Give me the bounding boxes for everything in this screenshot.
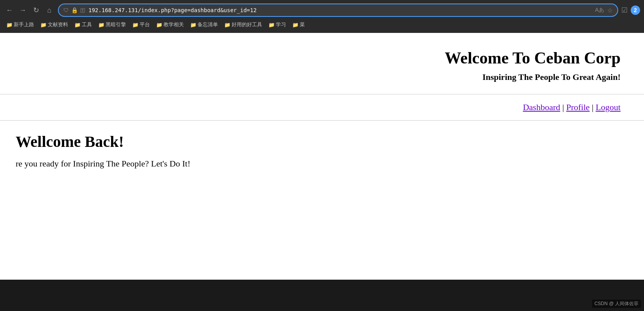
bookmark-wenxianziliao[interactable]: 📁 文献资料 [38, 20, 70, 29]
lock-icon: 🔒 [71, 7, 78, 13]
address-bar-actions: Aあ ☆ [595, 7, 613, 14]
welcome-body: re you ready for Inspiring The People? L… [16, 159, 628, 169]
url-text[interactable]: 192.168.247.131/index.php?page=dashboard… [88, 7, 592, 13]
bookmark-label: 文献资料 [48, 21, 68, 28]
bookmark-gongju[interactable]: 📁 工具 [72, 20, 94, 29]
bookmark-label: 平台 [140, 21, 150, 28]
folder-icon: 📁 [98, 22, 104, 28]
folder-icon: 📁 [156, 22, 162, 28]
bookmark-label: 好用的好工具 [232, 21, 262, 28]
bookmark-heianyinje[interactable]: 📁 黑暗引擎 [96, 20, 128, 29]
folder-icon: 📁 [292, 22, 299, 28]
bookmark-label: 学习 [276, 21, 286, 28]
bookmark-label: 菜 [300, 21, 305, 28]
folder-icon: 📁 [132, 22, 139, 28]
bookmark-label: 备忘清单 [198, 21, 218, 28]
folder-icon: 📁 [190, 22, 196, 28]
folder-icon: 📁 [268, 22, 275, 28]
bookmark-star-icon[interactable]: ☆ [607, 7, 613, 14]
bookmark-label: 工具 [82, 21, 92, 28]
site-header: Welcome To Ceban Corp Inspiring The Peop… [0, 33, 644, 94]
bookmark-label: 教学相关 [164, 21, 184, 28]
nav-separator-2: | [590, 102, 595, 112]
watermark: CSDN @ 人间体佐菲 [592, 300, 641, 308]
site-content: Wellcome Back! re you ready for Inspirin… [0, 121, 644, 181]
browser-chrome: ← → ↻ ⌂ 🛡 🔒 ⚿ 192.168.247.131/index.php?… [0, 0, 644, 33]
browser-right-buttons: ☑ 2 [621, 5, 640, 15]
bookmarks-bar: 📁 新手上路 📁 文献资料 📁 工具 📁 黑暗引擎 📁 平台 📁 教学相关 📁 … [4, 20, 640, 30]
pocket-icon[interactable]: ☑ [621, 6, 628, 14]
site-nav: Dashboard | Profile | Logout [0, 94, 644, 121]
profile-avatar[interactable]: 2 [631, 5, 640, 15]
welcome-heading: Wellcome Back! [16, 132, 628, 151]
key-icon: ⚿ [80, 7, 85, 13]
webpage: Welcome To Ceban Corp Inspiring The Peop… [0, 33, 644, 280]
folder-icon: 📁 [6, 22, 13, 28]
site-title: Welcome To Ceban Corp [23, 49, 621, 67]
bookmark-cai[interactable]: 📁 菜 [290, 20, 307, 29]
refresh-button[interactable]: ↻ [31, 5, 41, 16]
shield-icon: 🛡 [63, 7, 69, 13]
folder-icon: 📁 [74, 22, 81, 28]
folder-icon: 📁 [224, 22, 230, 28]
bookmark-label: 新手上路 [14, 21, 34, 28]
bookmark-jiaoxuexiangguan[interactable]: 📁 教学相关 [154, 20, 186, 29]
nav-separator-1: | [560, 102, 566, 112]
dashboard-link[interactable]: Dashboard [523, 102, 560, 112]
bookmark-xinshoushangluo[interactable]: 📁 新手上路 [4, 20, 36, 29]
site-subtitle: Inspiring The People To Great Again! [23, 72, 621, 82]
forward-button[interactable]: → [17, 5, 28, 16]
profile-link[interactable]: Profile [566, 102, 590, 112]
bookmark-haoyong[interactable]: 📁 好用的好工具 [222, 20, 264, 29]
nav-buttons: ← → ↻ ⌂ [4, 5, 55, 16]
bookmark-xuexi[interactable]: 📁 学习 [266, 20, 288, 29]
bookmark-label: 黑暗引擎 [106, 21, 126, 28]
address-bar-security-icons: 🛡 🔒 ⚿ [63, 7, 85, 13]
bookmark-beiwangqingdan[interactable]: 📁 备忘清单 [188, 20, 220, 29]
translate-icon[interactable]: Aあ [595, 7, 604, 14]
logout-link[interactable]: Logout [595, 102, 621, 112]
back-button[interactable]: ← [4, 5, 15, 16]
home-button[interactable]: ⌂ [44, 5, 55, 16]
address-bar[interactable]: 🛡 🔒 ⚿ 192.168.247.131/index.php?page=das… [58, 4, 618, 17]
folder-icon: 📁 [40, 22, 47, 28]
browser-toolbar: ← → ↻ ⌂ 🛡 🔒 ⚿ 192.168.247.131/index.php?… [4, 3, 640, 17]
bookmark-pingtai[interactable]: 📁 平台 [130, 20, 152, 29]
